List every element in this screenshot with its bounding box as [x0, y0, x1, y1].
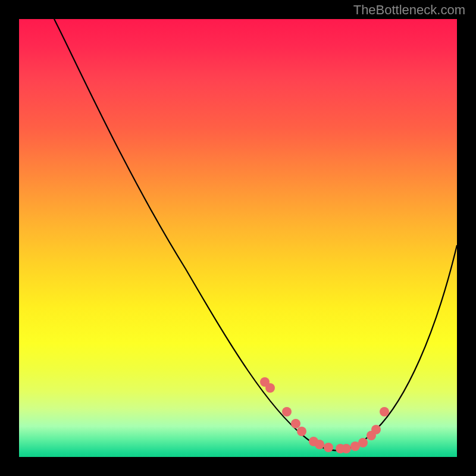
data-point: [342, 444, 351, 453]
data-point: [324, 443, 333, 452]
chart-svg: [19, 19, 457, 457]
bottleneck-curve: [54, 19, 457, 450]
data-point: [371, 425, 381, 434]
data-point: [291, 419, 300, 428]
data-point: [358, 438, 368, 447]
chart-container: TheBottleneck.com: [0, 0, 476, 476]
data-point: [380, 407, 389, 416]
data-point: [297, 427, 306, 436]
data-point: [315, 440, 324, 449]
plot-area: [19, 19, 457, 457]
data-point: [265, 383, 275, 393]
data-points: [260, 377, 389, 453]
data-point: [282, 407, 292, 416]
watermark-text: TheBottleneck.com: [353, 2, 465, 18]
